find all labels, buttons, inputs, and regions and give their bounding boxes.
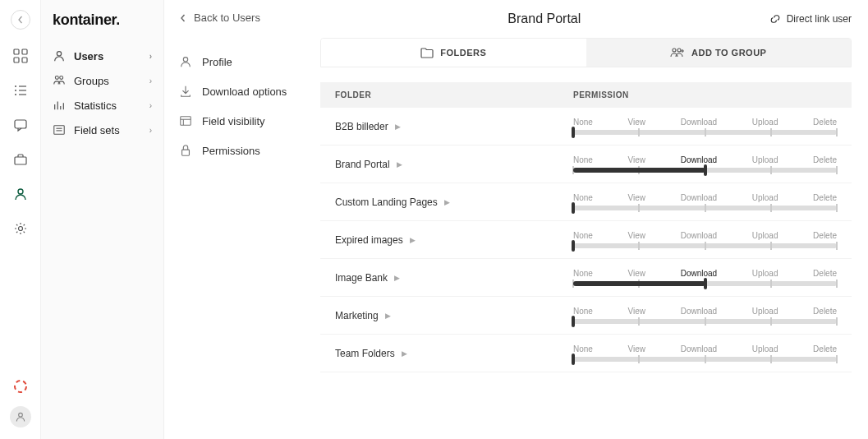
slider-handle[interactable]: [572, 354, 575, 365]
slider-label-upload: Upload: [752, 344, 778, 354]
slider-handle[interactable]: [704, 164, 707, 176]
chevron-right-icon: ›: [149, 126, 152, 135]
expand-icon: ▶: [397, 160, 402, 169]
chevron-right-icon: ›: [149, 76, 152, 85]
slider-label-view: View: [628, 344, 646, 354]
nav-icon: [53, 74, 66, 87]
permission-slider[interactable]: NoneViewDownloadUploadDelete: [573, 269, 837, 286]
sidebar-item-users[interactable]: Users›: [41, 44, 163, 68]
folder-name[interactable]: Image Bank▶: [335, 272, 573, 284]
slider-label-view: View: [628, 118, 646, 127]
tab-add-to-group[interactable]: ADD TO GROUP: [586, 39, 852, 67]
permission-slider[interactable]: NoneViewDownloadUploadDelete: [573, 344, 837, 362]
folder-row: Image Bank▶NoneViewDownloadUploadDelete: [320, 259, 852, 297]
slider-handle[interactable]: [704, 278, 707, 289]
account-avatar[interactable]: [10, 406, 31, 427]
svg-rect-30: [182, 150, 190, 155]
apps-icon[interactable]: [12, 48, 29, 64]
users-icon[interactable]: [12, 186, 29, 202]
svg-rect-3: [22, 58, 27, 62]
permission-slider[interactable]: NoneViewDownloadUploadDelete: [573, 307, 837, 324]
settings-icon: [179, 55, 192, 68]
folder-row: B2B billeder▶NoneViewDownloadUploadDelet…: [320, 108, 852, 146]
permission-slider[interactable]: NoneViewDownloadUploadDelete: [573, 193, 837, 210]
slider-handle[interactable]: [572, 202, 575, 214]
folder-row: Expired images▶NoneViewDownloadUploadDel…: [320, 221, 852, 259]
group-icon: [670, 47, 685, 58]
folder-label: Expired images: [335, 234, 403, 246]
slider-track[interactable]: [573, 281, 837, 286]
chat-icon[interactable]: [12, 117, 29, 133]
folder-name[interactable]: Marketing▶: [335, 310, 573, 321]
slider-labels: NoneViewDownloadUploadDelete: [573, 118, 837, 127]
folder-name[interactable]: Custom Landing Pages▶: [335, 196, 573, 208]
slider-tick: [836, 204, 838, 212]
permission-slider[interactable]: NoneViewDownloadUploadDelete: [573, 155, 837, 173]
svg-rect-0: [14, 49, 19, 54]
slider-labels: NoneViewDownloadUploadDelete: [573, 269, 837, 278]
folder-icon: [420, 47, 434, 58]
settings-item-field-visibility[interactable]: Field visibility: [179, 106, 312, 136]
slider-label-delete: Delete: [813, 155, 837, 164]
slider-handle[interactable]: [572, 316, 575, 327]
permission-slider[interactable]: NoneViewDownloadUploadDelete: [573, 231, 837, 248]
settings-icon: [179, 114, 192, 127]
slider-tick: [705, 242, 706, 250]
slider-track[interactable]: [573, 243, 837, 248]
folder-label: Team Folders: [335, 348, 395, 359]
rail-collapse-button[interactable]: [11, 10, 30, 30]
back-to-users[interactable]: Back to Users: [179, 12, 312, 47]
expand-icon: ▶: [410, 236, 416, 244]
folder-name[interactable]: Team Folders▶: [335, 348, 573, 359]
tab-folders[interactable]: FOLDERS: [321, 39, 586, 67]
settings-item-profile[interactable]: Profile: [179, 47, 312, 76]
slider-label-none: None: [573, 193, 593, 202]
expand-icon: ▶: [395, 122, 401, 131]
slider-label-download: Download: [681, 155, 717, 164]
folder-name[interactable]: Brand Portal▶: [335, 159, 573, 170]
sidebar-item-groups[interactable]: Groups›: [41, 68, 163, 93]
direct-link-user[interactable]: Direct link user: [769, 12, 852, 25]
briefcase-icon[interactable]: [12, 151, 29, 168]
svg-rect-2: [14, 58, 19, 62]
help-icon[interactable]: [12, 378, 29, 395]
nav-icon: [53, 49, 66, 62]
slider-handle[interactable]: [572, 127, 575, 138]
slider-tick: [770, 317, 772, 326]
slider-tick: [836, 166, 838, 174]
slider-tick: [638, 355, 640, 363]
slider-tick: [705, 128, 706, 136]
slider-tick: [705, 355, 706, 363]
slider-fill: [573, 281, 705, 286]
slider-tick: [770, 166, 772, 174]
direct-link-label: Direct link user: [787, 13, 852, 25]
slider-handle[interactable]: [572, 240, 575, 252]
slider-label-upload: Upload: [752, 155, 778, 164]
slider-track[interactable]: [573, 357, 837, 362]
slider-tick: [705, 317, 706, 326]
settings-label: Download options: [202, 85, 287, 98]
folder-name[interactable]: Expired images▶: [335, 234, 573, 246]
slider-track[interactable]: [573, 206, 837, 210]
slider-track[interactable]: [573, 130, 837, 135]
list-icon[interactable]: [12, 82, 29, 99]
settings-item-permissions[interactable]: Permissions: [179, 136, 312, 165]
sidebar-item-statistics[interactable]: Statistics›: [41, 93, 163, 118]
gear-icon[interactable]: [12, 220, 29, 237]
svg-point-6: [15, 90, 16, 91]
logo: kontainer.: [41, 12, 163, 44]
folder-row: Team Folders▶NoneViewDownloadUploadDelet…: [320, 335, 852, 372]
permission-slider[interactable]: NoneViewDownloadUploadDelete: [573, 118, 837, 135]
slider-tick: [770, 355, 772, 363]
settings-label: Profile: [202, 56, 232, 68]
settings-item-download-options[interactable]: Download options: [179, 76, 312, 106]
slider-label-delete: Delete: [813, 193, 837, 202]
expand-icon: ▶: [394, 274, 400, 282]
slider-track[interactable]: [573, 319, 837, 324]
slider-label-view: View: [628, 269, 646, 278]
slider-track[interactable]: [573, 168, 837, 173]
slider-label-upload: Upload: [752, 118, 778, 127]
folder-name[interactable]: B2B billeder▶: [335, 121, 573, 132]
sidebar-item-field-sets[interactable]: Field sets›: [41, 118, 163, 142]
slider-tick: [836, 280, 838, 288]
